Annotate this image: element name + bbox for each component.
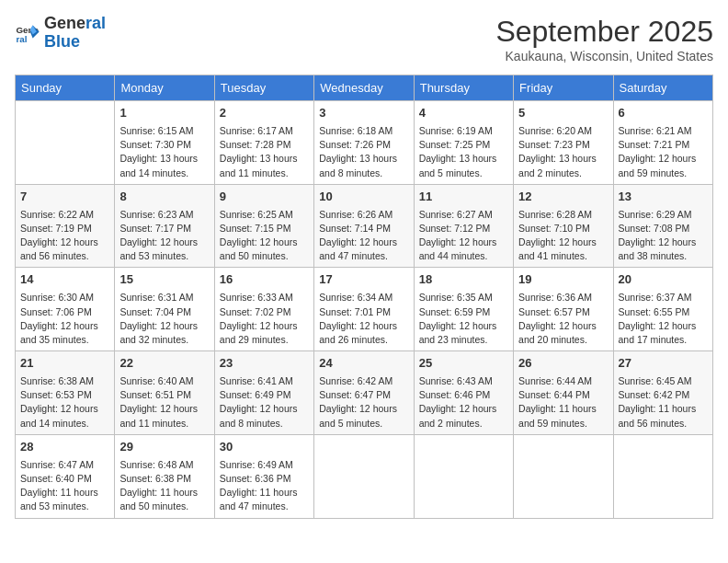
cell-info: Sunrise: 6:19 AM Sunset: 7:25 PM Dayligh… xyxy=(419,124,508,180)
calendar-cell: 26Sunrise: 6:44 AM Sunset: 6:44 PM Dayli… xyxy=(514,351,613,435)
page-header: Gene ral General Blue September 2025 Kau… xyxy=(15,15,713,63)
day-number: 2 xyxy=(220,105,309,122)
day-number: 17 xyxy=(319,271,408,289)
col-header-thursday: Thursday xyxy=(414,75,513,101)
calendar-cell: 2Sunrise: 6:17 AM Sunset: 7:28 PM Daylig… xyxy=(214,101,313,185)
day-number: 28 xyxy=(20,439,109,456)
calendar-week-row: 1Sunrise: 6:15 AM Sunset: 7:30 PM Daylig… xyxy=(16,101,713,185)
calendar-cell: 27Sunrise: 6:45 AM Sunset: 6:42 PM Dayli… xyxy=(613,351,712,435)
day-number: 1 xyxy=(119,105,209,122)
cell-info: Sunrise: 6:23 AM Sunset: 7:17 PM Dayligh… xyxy=(119,208,209,264)
cell-info: Sunrise: 6:26 AM Sunset: 7:14 PM Dayligh… xyxy=(319,208,408,264)
calendar-cell: 13Sunrise: 6:29 AM Sunset: 7:08 PM Dayli… xyxy=(613,184,712,268)
day-number: 29 xyxy=(119,439,209,456)
col-header-tuesday: Tuesday xyxy=(214,75,313,101)
cell-info: Sunrise: 6:29 AM Sunset: 7:08 PM Dayligh… xyxy=(619,208,708,264)
calendar-cell: 3Sunrise: 6:18 AM Sunset: 7:26 PM Daylig… xyxy=(314,101,414,185)
calendar-cell: 22Sunrise: 6:40 AM Sunset: 6:51 PM Dayli… xyxy=(115,351,214,435)
calendar-cell: 7Sunrise: 6:22 AM Sunset: 7:19 PM Daylig… xyxy=(16,184,115,268)
calendar-table: SundayMondayTuesdayWednesdayThursdayFrid… xyxy=(15,75,713,519)
calendar-cell: 29Sunrise: 6:48 AM Sunset: 6:38 PM Dayli… xyxy=(115,434,214,518)
day-number: 12 xyxy=(518,189,608,206)
day-number: 11 xyxy=(419,189,508,206)
cell-info: Sunrise: 6:48 AM Sunset: 6:38 PM Dayligh… xyxy=(119,458,209,514)
logo: Gene ral General Blue xyxy=(15,15,106,52)
calendar-cell: 9Sunrise: 6:25 AM Sunset: 7:15 PM Daylig… xyxy=(214,184,313,268)
cell-info: Sunrise: 6:20 AM Sunset: 7:23 PM Dayligh… xyxy=(518,124,608,180)
logo-text-line2: Blue xyxy=(44,33,106,52)
day-number: 13 xyxy=(619,189,708,206)
calendar-cell: 11Sunrise: 6:27 AM Sunset: 7:12 PM Dayli… xyxy=(414,184,513,268)
cell-info: Sunrise: 6:21 AM Sunset: 7:21 PM Dayligh… xyxy=(619,124,708,180)
col-header-monday: Monday xyxy=(115,75,214,101)
day-number: 18 xyxy=(419,271,508,289)
cell-info: Sunrise: 6:42 AM Sunset: 6:47 PM Dayligh… xyxy=(319,374,408,431)
calendar-cell: 24Sunrise: 6:42 AM Sunset: 6:47 PM Dayli… xyxy=(314,351,414,435)
location: Kaukauna, Wisconsin, United States xyxy=(495,49,713,63)
cell-info: Sunrise: 6:15 AM Sunset: 7:30 PM Dayligh… xyxy=(119,124,209,180)
cell-info: Sunrise: 6:34 AM Sunset: 7:01 PM Dayligh… xyxy=(319,291,408,347)
cell-info: Sunrise: 6:45 AM Sunset: 6:42 PM Dayligh… xyxy=(619,374,708,431)
cell-info: Sunrise: 6:44 AM Sunset: 6:44 PM Dayligh… xyxy=(518,374,608,431)
cell-info: Sunrise: 6:41 AM Sunset: 6:49 PM Dayligh… xyxy=(220,374,309,431)
calendar-cell xyxy=(414,434,513,518)
calendar-cell xyxy=(314,434,414,518)
calendar-cell: 8Sunrise: 6:23 AM Sunset: 7:17 PM Daylig… xyxy=(115,184,214,268)
day-number: 30 xyxy=(220,439,309,456)
calendar-cell: 10Sunrise: 6:26 AM Sunset: 7:14 PM Dayli… xyxy=(314,184,414,268)
day-number: 22 xyxy=(119,355,209,373)
cell-info: Sunrise: 6:30 AM Sunset: 7:06 PM Dayligh… xyxy=(20,291,109,347)
cell-info: Sunrise: 6:43 AM Sunset: 6:46 PM Dayligh… xyxy=(419,374,508,431)
cell-info: Sunrise: 6:17 AM Sunset: 7:28 PM Dayligh… xyxy=(220,124,309,180)
calendar-cell: 14Sunrise: 6:30 AM Sunset: 7:06 PM Dayli… xyxy=(16,268,115,351)
col-header-saturday: Saturday xyxy=(613,75,712,101)
calendar-cell: 30Sunrise: 6:49 AM Sunset: 6:36 PM Dayli… xyxy=(214,434,313,518)
cell-info: Sunrise: 6:27 AM Sunset: 7:12 PM Dayligh… xyxy=(419,208,508,264)
calendar-week-row: 14Sunrise: 6:30 AM Sunset: 7:06 PM Dayli… xyxy=(16,268,713,351)
calendar-cell: 12Sunrise: 6:28 AM Sunset: 7:10 PM Dayli… xyxy=(514,184,613,268)
calendar-cell: 17Sunrise: 6:34 AM Sunset: 7:01 PM Dayli… xyxy=(314,268,414,351)
cell-info: Sunrise: 6:49 AM Sunset: 6:36 PM Dayligh… xyxy=(220,458,309,514)
calendar-cell: 23Sunrise: 6:41 AM Sunset: 6:49 PM Dayli… xyxy=(214,351,313,435)
cell-info: Sunrise: 6:35 AM Sunset: 6:59 PM Dayligh… xyxy=(419,291,508,347)
cell-info: Sunrise: 6:40 AM Sunset: 6:51 PM Dayligh… xyxy=(119,374,209,431)
calendar-cell: 18Sunrise: 6:35 AM Sunset: 6:59 PM Dayli… xyxy=(414,268,513,351)
logo-icon: Gene ral xyxy=(15,20,40,46)
cell-info: Sunrise: 6:22 AM Sunset: 7:19 PM Dayligh… xyxy=(20,208,109,264)
cell-info: Sunrise: 6:33 AM Sunset: 7:02 PM Dayligh… xyxy=(220,291,309,347)
day-number: 10 xyxy=(319,189,408,206)
logo-text-line1: General xyxy=(44,15,106,33)
cell-info: Sunrise: 6:28 AM Sunset: 7:10 PM Dayligh… xyxy=(518,208,608,264)
cell-info: Sunrise: 6:37 AM Sunset: 6:55 PM Dayligh… xyxy=(619,291,708,347)
calendar-week-row: 21Sunrise: 6:38 AM Sunset: 6:53 PM Dayli… xyxy=(16,351,713,435)
col-header-wednesday: Wednesday xyxy=(314,75,414,101)
calendar-cell: 1Sunrise: 6:15 AM Sunset: 7:30 PM Daylig… xyxy=(115,101,214,185)
cell-info: Sunrise: 6:38 AM Sunset: 6:53 PM Dayligh… xyxy=(20,374,109,431)
calendar-cell: 16Sunrise: 6:33 AM Sunset: 7:02 PM Dayli… xyxy=(214,268,313,351)
cell-info: Sunrise: 6:47 AM Sunset: 6:40 PM Dayligh… xyxy=(20,458,109,514)
day-number: 14 xyxy=(20,271,109,289)
day-number: 15 xyxy=(119,271,209,289)
title-block: September 2025 Kaukauna, Wisconsin, Unit… xyxy=(495,15,713,63)
day-number: 9 xyxy=(220,189,309,206)
calendar-cell xyxy=(16,101,115,185)
calendar-cell xyxy=(514,434,613,518)
svg-text:ral: ral xyxy=(16,34,27,44)
day-number: 4 xyxy=(419,105,508,122)
day-number: 19 xyxy=(518,271,608,289)
calendar-cell: 20Sunrise: 6:37 AM Sunset: 6:55 PM Dayli… xyxy=(613,268,712,351)
calendar-cell: 21Sunrise: 6:38 AM Sunset: 6:53 PM Dayli… xyxy=(16,351,115,435)
day-number: 8 xyxy=(119,189,209,206)
calendar-cell xyxy=(613,434,712,518)
day-number: 26 xyxy=(518,355,608,373)
calendar-cell: 25Sunrise: 6:43 AM Sunset: 6:46 PM Dayli… xyxy=(414,351,513,435)
day-number: 24 xyxy=(319,355,408,373)
day-number: 20 xyxy=(619,271,708,289)
col-header-sunday: Sunday xyxy=(16,75,115,101)
day-number: 25 xyxy=(419,355,508,373)
cell-info: Sunrise: 6:18 AM Sunset: 7:26 PM Dayligh… xyxy=(319,124,408,180)
day-number: 27 xyxy=(619,355,708,373)
calendar-cell: 28Sunrise: 6:47 AM Sunset: 6:40 PM Dayli… xyxy=(16,434,115,518)
calendar-cell: 15Sunrise: 6:31 AM Sunset: 7:04 PM Dayli… xyxy=(115,268,214,351)
calendar-week-row: 7Sunrise: 6:22 AM Sunset: 7:19 PM Daylig… xyxy=(16,184,713,268)
